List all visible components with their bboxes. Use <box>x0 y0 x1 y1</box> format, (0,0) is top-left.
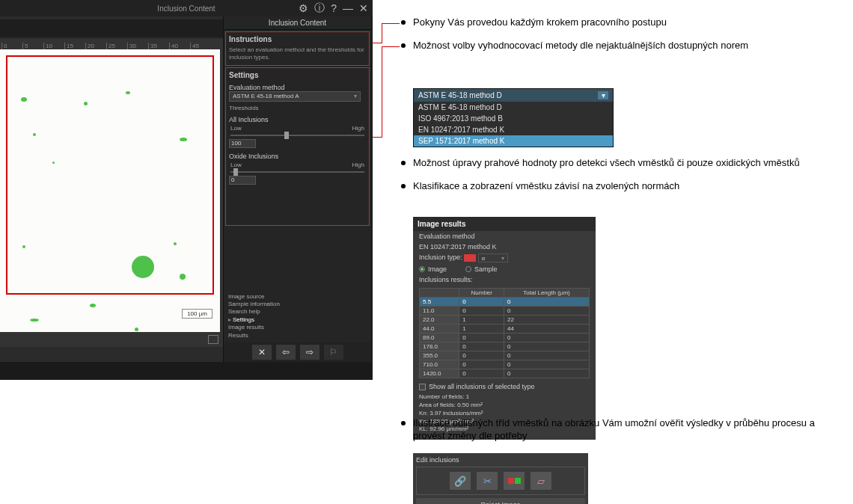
erase-tool-icon[interactable]: ▱ <box>531 472 551 490</box>
inclusion-type-label: Inclusion type: <box>419 253 462 261</box>
table-row: 89.000 <box>420 334 590 342</box>
image-viewer: 0 5 10 15 20 25 30 35 40 45 <box>0 16 223 362</box>
document-icon[interactable] <box>208 335 218 344</box>
bullet-text: Klasifikace a zobrazení vměstku závisí n… <box>413 180 679 193</box>
info-icon[interactable]: ⓘ <box>314 1 325 15</box>
inclusions-results-label: Inclusions results: <box>419 276 473 283</box>
stat-line: Area of fields: 0.50 mm² <box>419 402 590 410</box>
radio-sample[interactable] <box>465 266 471 272</box>
results-table: NumberTotal Length (µm) 5.500 11.000 22.… <box>419 288 590 378</box>
table-row: 11.000 <box>420 307 590 316</box>
instructions-header: Instructions <box>229 35 366 43</box>
tree-item[interactable]: Search help <box>228 308 280 316</box>
oxide-inclusions-label: Oxide Inclusions <box>229 153 366 160</box>
thresholds-label: Thresholds <box>229 105 366 111</box>
panel-subtitle: Inclusion Content <box>224 16 371 30</box>
edit-tools: 🔗 ✂ ▱ <box>416 467 585 495</box>
scale-bar: 100 µm <box>182 309 213 319</box>
bullet-text: Ilustrace odlišných tříd vměstků na obrá… <box>413 417 843 443</box>
table-row: 178.000 <box>420 342 590 351</box>
workflow-tree: Image source Sample information Search h… <box>228 293 280 339</box>
edit-inclusions-panel: Edit inclusions 🔗 ✂ ▱ Reject Image <box>413 453 588 504</box>
tree-item[interactable]: Image results <box>228 324 280 331</box>
next-button[interactable]: ⇨ <box>300 345 320 360</box>
settings-icon[interactable]: ⚙ <box>299 2 308 14</box>
all-inclusions-label: All Inclusions <box>229 116 366 123</box>
ruler-horizontal: 0 5 10 15 20 25 30 35 40 45 <box>0 39 223 49</box>
chevron-down-icon: ▾ <box>598 91 608 99</box>
dropdown-item[interactable]: ISO 4967:2013 method B <box>414 113 613 124</box>
slider-low-label: Low <box>230 125 242 132</box>
table-row: 710.000 <box>420 360 590 369</box>
dropdown-item[interactable]: SEP 1571:2017 method K <box>414 135 613 147</box>
minimize-icon[interactable]: — <box>343 2 353 14</box>
tree-item[interactable]: ▸Settings <box>228 316 280 324</box>
chevron-down-icon: ▾ <box>501 255 504 262</box>
col-total: Total Length (µm) <box>504 289 590 298</box>
stat-line: Kn: 3.97 inclusions/mm² <box>419 410 590 418</box>
cut-tool-icon[interactable]: ✂ <box>477 472 498 490</box>
chevron-down-icon: ▾ <box>354 93 357 99</box>
help-icon[interactable]: ? <box>331 2 337 14</box>
eval-method-dropdown-open[interactable]: ASTM E 45-18 method D▾ ASTM E 45-18 meth… <box>413 88 614 147</box>
slider-high-label: High <box>352 125 364 132</box>
reject-image-button[interactable]: Reject Image <box>416 498 585 504</box>
oxide-inclusions-slider[interactable] <box>230 171 364 173</box>
all-inclusions-value[interactable]: 100 <box>229 139 256 148</box>
tree-item[interactable]: Image source <box>228 293 280 301</box>
workflow-side-panel: Inclusion Content Instructions Select an… <box>223 16 371 362</box>
close-icon[interactable]: ✕ <box>359 2 368 14</box>
eval-method-combo[interactable]: ASTM E 45-18 method A ▾ <box>229 91 361 102</box>
all-inclusions-slider[interactable] <box>230 135 364 136</box>
window-title: Inclusion Content <box>157 4 215 13</box>
tree-item[interactable]: Sample information <box>228 301 280 308</box>
settings-header: Settings <box>229 71 366 79</box>
slider-low-label: Low <box>230 162 242 168</box>
canvas-footer <box>0 332 223 347</box>
stat-line: Number of fields: 1 <box>419 393 590 402</box>
table-row: 5.500 <box>420 298 590 307</box>
micrograph-canvas[interactable]: 100 µm <box>0 49 220 342</box>
cancel-button[interactable]: ✕ <box>252 345 272 360</box>
bullet-text: Možnost volby vyhodnocovací metody dle n… <box>413 40 748 52</box>
finish-button[interactable]: ⚐ <box>324 345 343 360</box>
col-number: Number <box>459 289 504 298</box>
results-eval-label: Evaluation method <box>419 233 475 240</box>
inclusion-type-combo[interactable]: α▾ <box>478 253 508 262</box>
feature-callouts: Pokyny Vás provedou každým krokem pracov… <box>401 16 843 63</box>
dropdown-item[interactable]: ASTM E 45-18 method D <box>414 102 613 113</box>
results-eval-value: EN 10247:2017 method K <box>419 243 497 251</box>
results-title: Image results <box>413 217 596 231</box>
oxide-inclusions-value[interactable]: 0 <box>229 176 256 185</box>
inclusion-type-swatch <box>464 254 476 262</box>
bullet-text: Možnost úpravy prahové hodnoty pro detek… <box>413 157 800 170</box>
instructions-text: Select an evaluation method and the thre… <box>229 46 366 62</box>
table-row: 44.0144 <box>420 325 590 334</box>
link-tool-icon[interactable]: 🔗 <box>450 472 471 490</box>
radio-image[interactable] <box>419 266 425 272</box>
dropdown-selected: ASTM E 45-18 method D <box>418 91 502 99</box>
tree-item[interactable]: Results <box>228 332 280 339</box>
eval-method-label: Evaluation method <box>229 84 366 91</box>
wizard-nav-bar: ✕ ⇦ ⇨ ⚐ <box>224 342 371 362</box>
table-row: 355.000 <box>420 351 590 360</box>
eval-method-value: ASTM E 45-18 method A <box>233 93 299 99</box>
dropdown-item[interactable]: EN 10247:2017 method K <box>414 124 613 135</box>
slider-high-label: High <box>352 162 364 168</box>
table-row: 22.0122 <box>420 316 590 325</box>
instructions-section: Instructions Select an evaluation method… <box>225 31 370 66</box>
edit-title: Edit inclusions <box>416 456 585 464</box>
table-row: 1420.000 <box>420 369 590 378</box>
inclusion-content-app: Inclusion Content ⚙ ⓘ ? — ✕ 0 5 10 15 20… <box>0 0 373 380</box>
titlebar: Inclusion Content ⚙ ⓘ ? — ✕ <box>0 0 373 16</box>
bullet-text: Pokyny Vás provedou každým krokem pracov… <box>413 16 667 29</box>
show-all-label: Show all inclusions of selected type <box>429 383 535 390</box>
back-button[interactable]: ⇦ <box>276 345 296 360</box>
reclassify-tool-icon[interactable] <box>504 472 525 490</box>
show-all-checkbox[interactable] <box>419 384 426 390</box>
settings-section: Settings Evaluation method ASTM E 45-18 … <box>225 67 370 226</box>
image-results-panel: Image results Evaluation method EN 10247… <box>413 217 596 440</box>
roi-rectangle[interactable] <box>6 55 214 295</box>
